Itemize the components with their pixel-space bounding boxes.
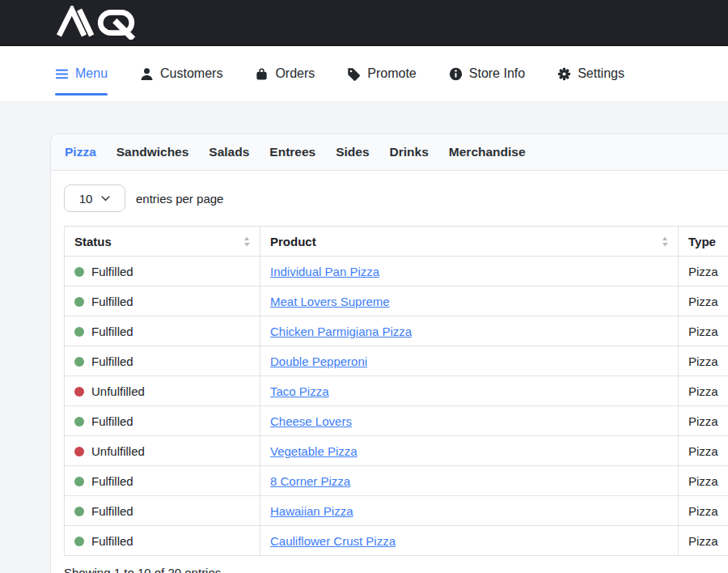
table-row: FulfilledCauliflower Crust PizzaPizza [65, 526, 728, 556]
type-cell: Pizza [679, 257, 728, 286]
nav-item-menu[interactable]: Menu [55, 46, 108, 101]
column-header-status[interactable]: Status [65, 227, 260, 257]
status-cell: Fulfilled [65, 286, 260, 316]
person-icon [140, 67, 154, 81]
products-table: StatusProductType FulfilledIndividual Pa… [64, 226, 728, 556]
type-cell: Pizza [679, 496, 728, 526]
top-app-bar [0, 0, 728, 46]
status-dot-fulfilled [74, 507, 84, 516]
tab-salads[interactable]: Salads [209, 145, 249, 159]
table-summary: Showing 1 to 10 of 20 entries [64, 566, 728, 573]
product-link[interactable]: Cauliflower Crust Pizza [270, 534, 396, 548]
category-tabs: PizzaSandwichesSaladsEntreesSidesDrinksM… [51, 134, 728, 171]
entries-count-select[interactable]: 10 [64, 185, 125, 212]
card-body: 10 entries per page StatusProductType Fu… [51, 171, 728, 573]
product-link[interactable]: Taco Pizza [270, 384, 329, 398]
column-label: Status [74, 235, 112, 248]
status-label: Fulfilled [91, 414, 133, 428]
table-header-row: StatusProductType [65, 227, 728, 257]
type-cell: Pizza [679, 346, 728, 376]
nav-item-customers[interactable]: Customers [140, 46, 222, 101]
sort-icon[interactable] [243, 236, 250, 247]
table-row: UnfulfilledTaco PizzaPizza [65, 376, 728, 406]
type-cell: Pizza [679, 436, 728, 466]
nav-item-label: Promote [367, 66, 416, 81]
status-dot-fulfilled [74, 297, 84, 307]
product-link[interactable]: Meat Lovers Supreme [270, 295, 390, 308]
nav-item-promote[interactable]: Promote [347, 46, 416, 101]
tab-pizza[interactable]: Pizza [65, 145, 96, 159]
info-icon [449, 67, 463, 81]
product-link[interactable]: Vegetable Pizza [270, 444, 358, 458]
column-label: Product [270, 235, 316, 248]
status-dot-fulfilled [74, 477, 84, 486]
status-dot-unfulfilled [74, 447, 84, 456]
nav-item-settings[interactable]: Settings [557, 46, 624, 101]
status-cell: Fulfilled [65, 406, 260, 436]
product-link[interactable]: Chicken Parmigiana Pizza [270, 325, 412, 338]
nav-item-label: Store Info [469, 66, 525, 81]
product-link[interactable]: Double Pepperoni [270, 354, 367, 368]
status-dot-fulfilled [74, 327, 84, 337]
status-label: Fulfilled [91, 295, 133, 308]
status-label: Fulfilled [91, 534, 133, 548]
nav-item-orders[interactable]: Orders [255, 46, 315, 101]
nav-item-label: Menu [75, 66, 108, 81]
type-cell: Pizza [679, 406, 728, 436]
status-dot-fulfilled [74, 417, 84, 427]
status-dot-unfulfilled [74, 387, 84, 397]
product-cell: Chicken Parmigiana Pizza [260, 316, 679, 346]
status-label: Fulfilled [91, 325, 133, 338]
nav-item-label: Settings [578, 66, 624, 81]
table-row: FulfilledMeat Lovers SupremePizza [65, 286, 728, 316]
status-cell: Fulfilled [65, 316, 260, 346]
nav-item-label: Orders [275, 66, 315, 81]
brand-logo [52, 6, 142, 40]
bag-icon [255, 67, 269, 81]
sort-icon[interactable] [662, 236, 668, 247]
entries-count-value: 10 [79, 192, 93, 206]
menu-icon [55, 67, 69, 81]
table-row: Fulfilled8 Corner PizzaPizza [65, 466, 728, 496]
product-cell: Double Pepperoni [260, 346, 679, 376]
product-link[interactable]: 8 Corner Pizza [270, 474, 350, 488]
page-content: PizzaSandwichesSaladsEntreesSidesDrinksM… [0, 101, 728, 573]
chevron-down-icon [101, 196, 110, 202]
table-row: FulfilledChicken Parmigiana PizzaPizza [65, 316, 728, 346]
product-cell: Taco Pizza [260, 376, 679, 406]
tab-drinks[interactable]: Drinks [390, 145, 429, 159]
product-cell: Cauliflower Crust Pizza [260, 526, 679, 556]
nav-item-store-info[interactable]: Store Info [449, 46, 525, 101]
product-link[interactable]: Individual Pan Pizza [270, 265, 379, 278]
product-link[interactable]: Hawaiian Pizza [270, 504, 353, 518]
status-dot-fulfilled [74, 267, 84, 277]
product-cell: Individual Pan Pizza [260, 257, 679, 286]
main-nav: MenuCustomersOrdersPromoteStore InfoSett… [0, 46, 728, 101]
status-dot-fulfilled [74, 357, 84, 367]
product-cell: 8 Corner Pizza [260, 466, 679, 496]
tab-sandwiches[interactable]: Sandwiches [116, 145, 189, 159]
status-dot-fulfilled [74, 537, 84, 546]
table-row: FulfilledIndividual Pan PizzaPizza [65, 257, 728, 286]
product-cell: Cheese Lovers [260, 406, 679, 436]
table-row: FulfilledCheese LoversPizza [65, 406, 728, 436]
menu-card: PizzaSandwichesSaladsEntreesSidesDrinksM… [50, 134, 728, 573]
type-cell: Pizza [679, 316, 728, 346]
status-label: Unfulfilled [91, 444, 145, 458]
entries-per-page-row: 10 entries per page [64, 185, 728, 212]
column-header-type: Type [679, 227, 728, 257]
product-cell: Meat Lovers Supreme [260, 286, 679, 316]
tab-sides[interactable]: Sides [336, 145, 369, 159]
column-header-product[interactable]: Product [260, 227, 679, 257]
entries-per-page-label: entries per page [136, 192, 223, 206]
nav-item-label: Customers [160, 66, 222, 81]
tab-merchandise[interactable]: Merchandise [449, 145, 526, 159]
product-link[interactable]: Cheese Lovers [270, 414, 352, 428]
type-cell: Pizza [679, 286, 728, 316]
status-cell: Fulfilled [65, 346, 260, 376]
type-cell: Pizza [679, 526, 728, 556]
status-cell: Unfulfilled [65, 376, 260, 406]
tab-entrees[interactable]: Entrees [269, 145, 315, 159]
status-label: Fulfilled [91, 265, 133, 278]
table-row: UnfulfilledVegetable PizzaPizza [65, 436, 728, 466]
